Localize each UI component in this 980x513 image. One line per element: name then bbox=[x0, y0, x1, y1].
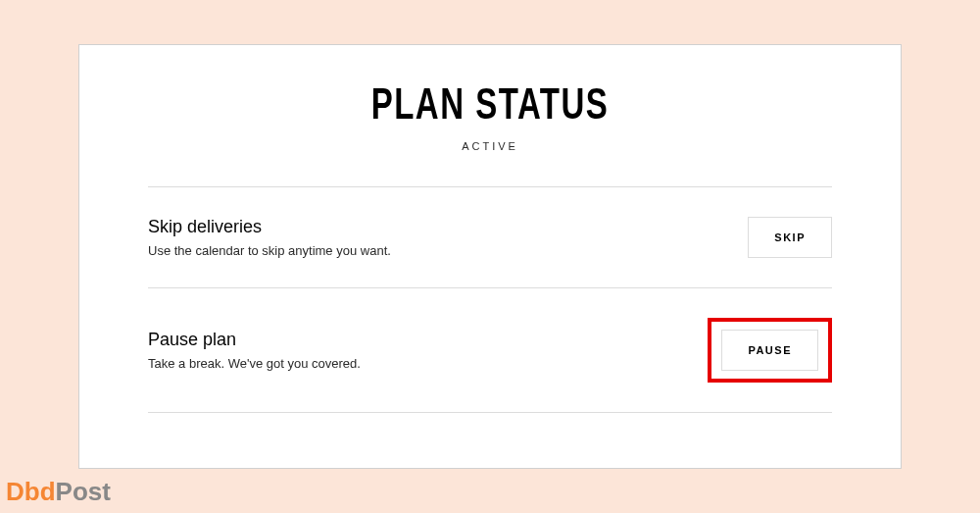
page-title: PLAN STATUS bbox=[233, 79, 747, 128]
pause-plan-title: Pause plan bbox=[148, 330, 708, 350]
pause-button[interactable]: PAUSE bbox=[721, 330, 818, 371]
watermark-logo: DbdPost bbox=[6, 477, 111, 507]
plan-status-card: PLAN STATUS ACTIVE Skip deliveries Use t… bbox=[78, 44, 902, 469]
skip-button[interactable]: SKIP bbox=[748, 217, 832, 258]
bottom-divider bbox=[148, 412, 832, 413]
status-badge: ACTIVE bbox=[148, 140, 832, 152]
row-text-block: Pause plan Take a break. We've got you c… bbox=[148, 330, 708, 371]
skip-deliveries-subtitle: Use the calendar to skip anytime you wan… bbox=[148, 243, 748, 258]
watermark-part2: Post bbox=[56, 477, 111, 506]
pause-plan-row: Pause plan Take a break. We've got you c… bbox=[148, 287, 832, 412]
skip-deliveries-title: Skip deliveries bbox=[148, 217, 748, 237]
header-section: PLAN STATUS ACTIVE bbox=[148, 79, 832, 186]
watermark-part1: Dbd bbox=[6, 477, 56, 506]
row-text-block: Skip deliveries Use the calendar to skip… bbox=[148, 217, 748, 258]
pause-plan-subtitle: Take a break. We've got you covered. bbox=[148, 356, 708, 371]
skip-deliveries-row: Skip deliveries Use the calendar to skip… bbox=[148, 186, 832, 287]
pause-highlight-box: PAUSE bbox=[708, 318, 832, 383]
